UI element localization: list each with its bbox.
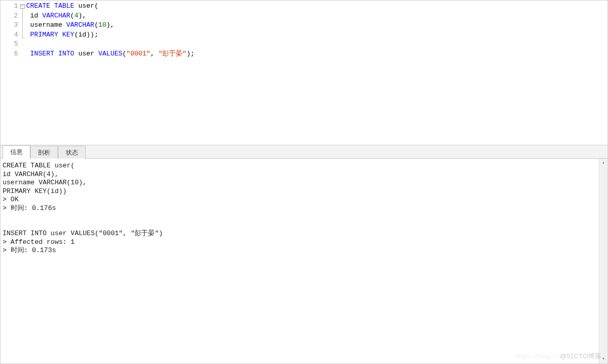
- app-window: 123456 − CREATE TABLE user( id VARCHAR(4…: [0, 0, 608, 364]
- code-line[interactable]: username VARCHAR(10),: [26, 21, 195, 30]
- code-lines[interactable]: CREATE TABLE user( id VARCHAR(4), userna…: [26, 2, 195, 59]
- line-number: 4: [1, 30, 18, 40]
- output-log[interactable]: CREATE TABLE user( id VARCHAR(4), userna…: [1, 159, 599, 363]
- code-line[interactable]: id VARCHAR(4),: [26, 11, 195, 21]
- line-number: 2: [1, 11, 18, 21]
- tab-剖析[interactable]: 剖析: [30, 146, 58, 159]
- line-number: 6: [1, 49, 18, 59]
- fold-column: −: [20, 2, 26, 59]
- scroll-down-icon[interactable]: ▾: [599, 355, 607, 363]
- code-line[interactable]: INSERT INTO user VALUES("0001", "彭于晏");: [26, 49, 195, 59]
- tab-信息[interactable]: 信息: [3, 145, 30, 159]
- line-number: 3: [1, 21, 18, 30]
- code-area: 123456 − CREATE TABLE user( id VARCHAR(4…: [1, 1, 607, 59]
- fold-guide: [22, 9, 23, 38]
- fold-toggle-icon[interactable]: −: [20, 4, 25, 9]
- output-tabs: 信息剖析状态: [1, 145, 607, 159]
- code-line[interactable]: PRIMARY KEY(id));: [26, 30, 195, 40]
- code-line[interactable]: CREATE TABLE user(: [26, 2, 195, 11]
- line-number: 1: [1, 2, 18, 11]
- line-number-gutter: 123456: [1, 2, 20, 59]
- code-line[interactable]: [26, 40, 195, 49]
- sql-editor[interactable]: 123456 − CREATE TABLE user( id VARCHAR(4…: [1, 1, 607, 145]
- output-pane: CREATE TABLE user( id VARCHAR(4), userna…: [1, 159, 607, 363]
- tab-状态[interactable]: 状态: [58, 146, 86, 159]
- scroll-up-icon[interactable]: ▴: [599, 159, 607, 167]
- fold-guide-end: [22, 37, 25, 38]
- line-number: 5: [1, 40, 18, 49]
- vertical-scrollbar[interactable]: ▴ ▾: [599, 159, 607, 363]
